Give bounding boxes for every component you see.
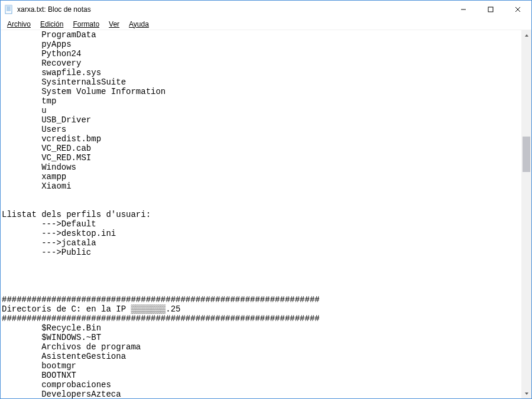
client-area: ProgramData pyApps Python24 Recovery swa… [1,30,531,398]
notepad-icon [4,5,14,14]
menubar: Archivo Edición Formato Ver Ayuda [1,18,531,30]
menu-ver[interactable]: Ver [105,20,124,29]
svg-marker-10 [525,34,528,37]
vertical-scrollbar[interactable] [521,30,531,398]
scroll-up-arrow[interactable] [521,30,531,40]
maximize-button[interactable] [477,1,504,18]
close-button[interactable] [504,1,531,18]
svg-rect-5 [5,5,12,7]
text-editor[interactable]: ProgramData pyApps Python24 Recovery swa… [1,30,521,398]
scroll-thumb[interactable] [523,137,530,172]
menu-formato[interactable]: Formato [69,20,103,29]
window-controls [450,1,531,18]
minimize-button[interactable] [450,1,477,18]
menu-edicion[interactable]: Edición [36,20,67,29]
notepad-window: xarxa.txt: Bloc de notas Archivo Edición… [0,0,532,399]
titlebar: xarxa.txt: Bloc de notas [1,1,531,18]
menu-archivo[interactable]: Archivo [3,20,35,29]
svg-marker-11 [525,392,528,395]
scroll-down-arrow[interactable] [521,388,531,398]
window-title: xarxa.txt: Bloc de notas [17,5,450,14]
menu-ayuda[interactable]: Ayuda [125,20,153,29]
svg-rect-7 [488,7,493,12]
